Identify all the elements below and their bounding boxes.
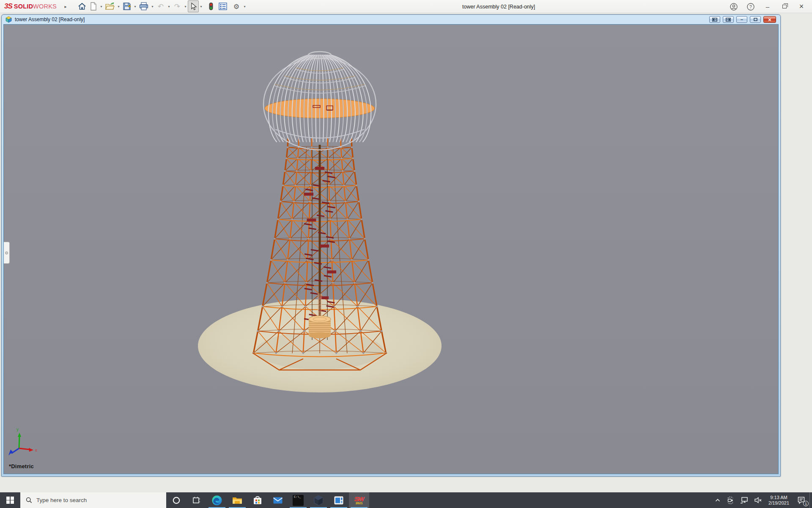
clock-time: 9:13 AM: [770, 495, 787, 500]
doc-restore-icon: [754, 18, 757, 21]
tray-chevron-button[interactable]: [712, 492, 724, 508]
show-desktop-button[interactable]: [809, 492, 812, 508]
doc-restore-button[interactable]: [750, 16, 761, 23]
new-document-button[interactable]: [88, 0, 99, 12]
print-button[interactable]: [137, 0, 150, 12]
undo-icon: ↶: [156, 2, 165, 11]
doc-minimize-icon: –: [741, 17, 743, 22]
select-tool-button[interactable]: [188, 0, 199, 12]
home-button[interactable]: [76, 0, 88, 12]
select-cursor-icon: [189, 2, 197, 11]
panel-handle-icon: [5, 251, 8, 254]
help-icon: ?: [747, 3, 754, 11]
interference-check-button[interactable]: [207, 0, 215, 12]
taskbar-search-input[interactable]: Type here to search: [20, 492, 166, 508]
home-icon: [78, 2, 86, 11]
restore-icon: [782, 5, 787, 8]
meet-now-button[interactable]: [724, 492, 737, 508]
hexagon-app-icon: [313, 495, 324, 506]
start-button[interactable]: [0, 492, 20, 508]
task-view-button[interactable]: [187, 492, 207, 508]
pane-left-icon: [712, 18, 717, 22]
dassault-3s-icon: 3S: [4, 2, 12, 11]
taskbar-app-media[interactable]: [329, 492, 349, 508]
action-center-button[interactable]: 1: [793, 492, 809, 508]
volume-button[interactable]: [751, 492, 765, 508]
open-folder-icon: [105, 2, 115, 11]
doc-pane-left-button[interactable]: [709, 16, 720, 23]
chevron-up-icon: [715, 497, 721, 503]
network-button[interactable]: [737, 492, 751, 508]
volume-muted-icon: [754, 497, 762, 504]
print-dropdown[interactable]: ▾: [150, 5, 155, 8]
open-button[interactable]: [104, 0, 116, 12]
terminal-icon: C:\_: [293, 495, 304, 506]
help-button[interactable]: ?: [743, 1, 758, 12]
save-icon: [123, 2, 131, 11]
restore-button[interactable]: [777, 1, 792, 12]
view-orientation-label: *Dimetric: [9, 463, 34, 469]
mail-icon: [272, 495, 283, 506]
store-icon: [252, 495, 263, 506]
task-view-icon: [192, 496, 201, 505]
undo-button[interactable]: ↶: [155, 0, 167, 12]
doc-minimize-button[interactable]: –: [736, 16, 747, 23]
redo-icon: ↷: [173, 2, 181, 11]
taskbar-app-store[interactable]: [247, 492, 268, 508]
orientation-triad[interactable]: x y: [8, 427, 37, 456]
taskbar-app-terminal[interactable]: C:\_: [288, 492, 308, 508]
open-dropdown[interactable]: ▾: [116, 5, 121, 8]
clock-date: 2/19/2021: [768, 500, 789, 506]
undo-dropdown[interactable]: ▾: [167, 5, 171, 8]
window-title: tower Assembly 02 [Read-only]: [462, 4, 535, 10]
redo-button[interactable]: ↷: [171, 0, 183, 12]
close-button[interactable]: ×: [794, 1, 809, 12]
edge-icon: [211, 495, 222, 506]
taskbar-app-edge[interactable]: [207, 492, 227, 508]
minimize-icon: –: [766, 3, 769, 10]
taskbar-app-solidworks[interactable]: SW 2021: [349, 492, 369, 508]
feature-manager-collapsed-tab[interactable]: [4, 242, 10, 264]
taskbar-app-hexagon[interactable]: [308, 492, 329, 508]
new-document-icon: [90, 2, 97, 11]
doc-pane-right-button[interactable]: [723, 16, 734, 23]
taskbar-app-mail[interactable]: [268, 492, 288, 508]
settings-dropdown[interactable]: ▾: [242, 5, 247, 8]
menu-flyout-arrow-icon[interactable]: ▸: [63, 4, 69, 9]
media-app-icon: [333, 495, 344, 506]
3d-model-tower[interactable]: x y: [4, 25, 779, 474]
assembly-document-icon: [5, 16, 12, 23]
minimize-button[interactable]: –: [760, 1, 775, 12]
save-dropdown[interactable]: ▾: [133, 5, 137, 8]
solidworks-2021-icon: SW 2021: [353, 494, 365, 506]
cortana-button[interactable]: [166, 492, 187, 508]
document-titlebar[interactable]: tower Assembly 02 [Read-only]: [3, 15, 779, 24]
windows-logo-icon: [6, 497, 14, 504]
redo-dropdown[interactable]: ▾: [183, 5, 188, 8]
gear-icon: ⚙: [232, 3, 241, 11]
taskbar: Type here to search: [0, 492, 812, 508]
graphics-viewport[interactable]: x y *Dimetric: [3, 24, 779, 474]
settings-button[interactable]: ⚙: [230, 0, 242, 12]
document-window: tower Assembly 02 [Read-only]: [1, 14, 781, 477]
document-title: tower Assembly 02 [Read-only]: [15, 17, 85, 22]
axis-y-label: y: [16, 427, 19, 432]
close-icon: ×: [799, 2, 804, 11]
svg-text:?: ?: [749, 4, 752, 9]
options-list-button[interactable]: [217, 0, 229, 12]
save-button[interactable]: [121, 0, 133, 12]
select-tool-dropdown[interactable]: ▾: [199, 5, 203, 8]
cortana-icon: [172, 496, 181, 505]
doc-close-button[interactable]: ×: [763, 16, 776, 23]
search-icon: [26, 497, 32, 503]
account-button[interactable]: [727, 1, 741, 12]
traffic-light-icon: [208, 2, 214, 11]
new-document-dropdown[interactable]: ▾: [99, 5, 104, 8]
search-placeholder: Type here to search: [36, 497, 87, 503]
taskbar-app-file-explorer[interactable]: [227, 492, 247, 508]
app-titlebar: 3S SOLID WORKS ▸ ▾: [0, 0, 812, 13]
meet-now-camera-icon: [727, 497, 734, 504]
notification-badge: 1: [803, 501, 809, 506]
solidworks-logo: 3S SOLID WORKS: [4, 2, 57, 11]
taskbar-clock[interactable]: 9:13 AM 2/19/2021: [765, 492, 793, 508]
